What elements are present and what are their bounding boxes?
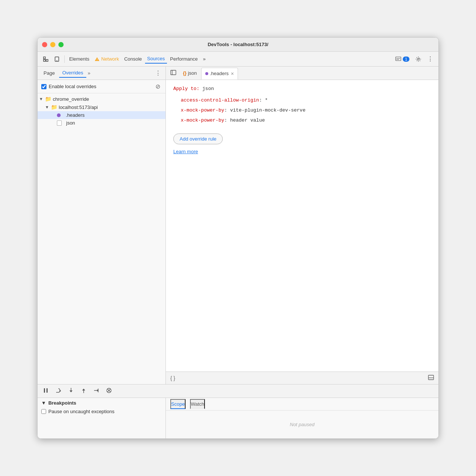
close-button[interactable] (42, 42, 47, 47)
header-key-1: access-control-allow-origin (181, 97, 259, 103)
not-paused-text: Not paused (166, 411, 438, 438)
json-tab-label: json (188, 70, 197, 76)
maximize-button[interactable] (58, 42, 64, 47)
learn-more-link[interactable]: Learn more (173, 149, 431, 154)
header-rule-1: access-control-allow-origin: * (173, 97, 431, 103)
tab-more-button[interactable]: » (88, 70, 90, 76)
tree-label-json: json (66, 120, 75, 126)
svg-rect-0 (44, 57, 45, 59)
step-out-icon (81, 387, 87, 393)
svg-rect-11 (171, 70, 176, 75)
inspect-icon (43, 56, 49, 62)
header-colon-3: : (224, 118, 230, 123)
tab-headers[interactable]: .headers × (201, 68, 238, 80)
sources-tab-button[interactable]: Sources (145, 54, 167, 64)
collapse-arrow-chrome: ▼ (39, 97, 44, 101)
tab-json[interactable]: {} json (179, 67, 200, 79)
console-toggle-button[interactable] (428, 374, 434, 382)
more-actions-button[interactable]: ⋮ (154, 69, 163, 77)
pause-exceptions-row: Pause on uncaught exceptions (41, 409, 162, 414)
bottom-right-panel: Scope Watch Not paused (166, 398, 438, 438)
elements-label: Elements (69, 56, 89, 62)
enable-overrides-checkbox[interactable] (41, 84, 46, 89)
file-tree: ▼ 📁 chrome_override ▼ 📁 localhost:5173/a… (38, 93, 165, 384)
device-icon (54, 56, 60, 62)
deactivate-icon (106, 387, 112, 393)
debug-toolbar (38, 384, 438, 398)
performance-label: Performance (170, 56, 197, 62)
performance-tab-button[interactable]: Performance (168, 55, 200, 63)
tab-watch[interactable]: Watch (190, 399, 205, 409)
folder-icon-chrome: 📁 (45, 96, 51, 102)
step-out-button[interactable] (78, 386, 89, 396)
header-value-1: * (265, 97, 268, 103)
tree-item-json[interactable]: json (38, 119, 165, 127)
watch-tab-label: Watch (191, 401, 204, 407)
settings-button[interactable] (413, 55, 424, 64)
tree-item-headers[interactable]: .headers (38, 111, 165, 119)
pause-exceptions-checkbox[interactable] (41, 409, 46, 414)
warning-icon: ! (94, 57, 100, 61)
enable-overrides-text: Enable local overrides (49, 84, 96, 89)
footer-bar: { } (166, 372, 438, 384)
overrides-toolbar: Enable local overrides ⊘ (38, 80, 165, 93)
console-messages-button[interactable]: 1 (393, 55, 412, 63)
tree-label-localhost: localhost:5173/api (59, 104, 98, 110)
step-button[interactable] (91, 386, 102, 396)
tab-page[interactable]: Page (41, 69, 58, 77)
step-over-button[interactable] (53, 386, 64, 396)
svg-rect-1 (46, 60, 48, 61)
window-controls (42, 42, 64, 47)
sources-label: Sources (147, 56, 165, 61)
elements-tab-button[interactable]: Elements (67, 55, 91, 63)
header-value-2: vite-plugin-mock-dev-serve (230, 107, 306, 113)
inspect-element-button[interactable] (41, 55, 51, 64)
scope-tab-label: Scope (171, 401, 185, 407)
more-tabs-button[interactable]: » (201, 55, 208, 63)
network-label: Network (101, 56, 119, 62)
header-key-3: x-mock-power-by (181, 118, 224, 123)
tab-scope[interactable]: Scope (170, 399, 186, 409)
sidebar-icon (170, 70, 176, 75)
clear-overrides-button[interactable]: ⊘ (154, 82, 162, 91)
title-bar: DevTools - localhost:5173/ (38, 38, 438, 52)
tree-item-chrome-override[interactable]: ▼ 📁 chrome_override (38, 95, 165, 103)
add-override-button[interactable]: Add override rule (173, 134, 223, 144)
right-panel: {} json .headers × Apply to: json access… (166, 67, 438, 384)
tree-label-chrome: chrome_override (53, 96, 89, 102)
toolbar-right: 1 ⋮ (393, 54, 435, 64)
headers-tab-close-button[interactable]: × (231, 71, 234, 77)
breakpoints-header[interactable]: ▼ Breakpoints (41, 400, 162, 406)
header-value-3: header value (230, 118, 265, 123)
settings-icon (415, 56, 421, 62)
deactivate-breakpoints-button[interactable] (104, 386, 114, 396)
svg-rect-2 (44, 60, 45, 61)
tab-overrides[interactable]: Overrides (59, 68, 86, 78)
svg-rect-16 (46, 388, 48, 393)
main-area: Page Overrides » ⋮ Enable local override… (38, 67, 438, 384)
pause-resume-button[interactable] (41, 386, 51, 396)
svg-text:!: ! (97, 58, 98, 61)
scope-tabs: Scope Watch (166, 398, 438, 411)
enable-overrides-label[interactable]: Enable local overrides (41, 84, 96, 89)
svg-marker-20 (70, 390, 73, 392)
console-tab-button[interactable]: Console (122, 55, 144, 63)
more-options-button[interactable]: ⋮ (425, 54, 435, 64)
device-mode-button[interactable] (52, 55, 62, 64)
console-badge: 1 (403, 57, 409, 62)
step-icon (93, 387, 99, 393)
tree-item-localhost[interactable]: ▼ 📁 localhost:5173/api (38, 103, 165, 111)
header-rule-3: x-mock-power-by: header value (173, 118, 431, 123)
more-options-icon: ⋮ (427, 55, 433, 62)
sidebar-toggle-button[interactable] (168, 68, 178, 78)
header-rule-2: x-mock-power-by: vite-plugin-mock-dev-se… (173, 107, 431, 113)
console-label: Console (124, 56, 142, 62)
console-drawer-icon (428, 374, 434, 380)
step-over-icon (55, 387, 61, 393)
pause-exceptions-label: Pause on uncaught exceptions (48, 409, 115, 414)
pretty-print-button[interactable]: { } (170, 375, 175, 381)
step-into-button[interactable] (66, 386, 76, 396)
network-tab-button[interactable]: ! Network (92, 55, 121, 63)
collapse-arrow-localhost: ▼ (45, 105, 49, 109)
minimize-button[interactable] (50, 42, 55, 47)
